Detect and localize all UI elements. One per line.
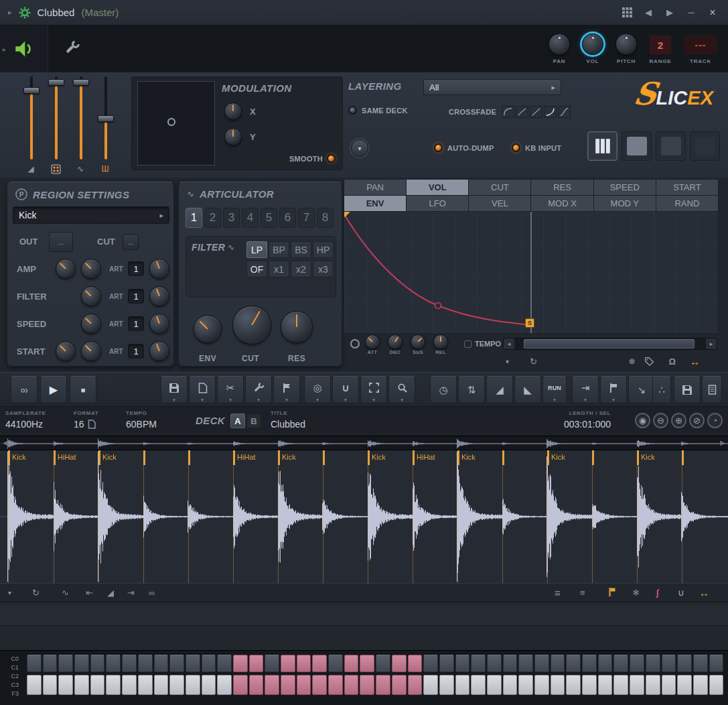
piano-key-top-35[interactable]	[582, 655, 597, 672]
piano-key-top-4[interactable]	[90, 655, 105, 672]
snap-magnet-button[interactable]: ∪▾	[332, 376, 359, 403]
overview-scroll-right-icon[interactable]: ▶	[720, 439, 725, 446]
stop-button[interactable]: ■	[70, 376, 96, 403]
piano-key-bottom-0[interactable]	[27, 675, 42, 695]
cut-value-box[interactable]: ...	[123, 234, 139, 250]
piano-key-top-7[interactable]	[138, 655, 153, 672]
resonance-knob[interactable]	[281, 311, 313, 343]
piano-key-top-23[interactable]	[392, 655, 407, 672]
fade-in-button[interactable]: ◢	[486, 376, 513, 403]
add-marker-button[interactable]: ▾	[600, 376, 627, 403]
piano-key-bottom-14[interactable]	[249, 675, 264, 695]
envelope-scrollbar[interactable]: ◂ ▸	[503, 338, 717, 350]
kb-input-led[interactable]	[512, 143, 520, 152]
sync-stretch-icon[interactable]: ↔	[690, 357, 700, 367]
auto-dump-led[interactable]	[434, 143, 443, 152]
envelope-tab-mod-y[interactable]: MOD Y	[594, 196, 656, 211]
piano-key-top-0[interactable]	[27, 655, 42, 672]
piano-key-bottom-37[interactable]	[613, 675, 628, 695]
filter-mode-of[interactable]: OF	[246, 261, 267, 277]
piano-key-top-25[interactable]	[423, 655, 438, 672]
freeze-icon[interactable]: ❄	[628, 357, 636, 367]
overview-canvas[interactable]	[0, 438, 728, 450]
piano-key-bottom-39[interactable]	[646, 675, 660, 695]
piano-key-bottom-42[interactable]	[693, 675, 708, 695]
piano-key-bottom-6[interactable]	[122, 675, 137, 695]
speed-art-value[interactable]: 1	[128, 316, 144, 331]
piano-key-top-32[interactable]	[534, 655, 549, 672]
corner-tool-icon[interactable]: ◢	[23, 164, 39, 174]
time-tool-button[interactable]: ◷	[430, 376, 457, 403]
region-preset-icon[interactable]: P	[15, 188, 27, 200]
modulation-y-knob[interactable]	[224, 128, 242, 145]
piano-key-top-19[interactable]	[328, 655, 343, 672]
articulator-slot-2[interactable]: 2	[204, 208, 221, 228]
deck-view-keyboard-button[interactable]	[587, 131, 617, 161]
amp-knob-2[interactable]	[81, 259, 101, 279]
volume-knob[interactable]	[582, 34, 603, 55]
piano-key-top-41[interactable]	[677, 655, 692, 672]
piano-key-bottom-26[interactable]	[439, 675, 454, 695]
scroll-left-icon[interactable]: ◂	[504, 338, 514, 349]
piano-key-bottom-29[interactable]	[487, 675, 502, 695]
save-sample-button[interactable]	[674, 376, 701, 403]
modulation-x-knob[interactable]	[224, 103, 242, 120]
piano-key-top-28[interactable]	[471, 655, 486, 672]
piano-key-top-10[interactable]	[186, 655, 200, 672]
decay-knob[interactable]	[388, 334, 403, 349]
piano-key-bottom-28[interactable]	[471, 675, 486, 695]
piano-key-bottom-27[interactable]	[455, 675, 470, 695]
piano-key-bottom-32[interactable]	[534, 675, 549, 695]
start-art-value[interactable]: 1	[128, 344, 144, 359]
detach-next-icon[interactable]: ▶	[662, 7, 677, 17]
waveform-overview[interactable]: ◀ ▶	[0, 436, 728, 450]
envelope-tab-vel[interactable]: VEL	[469, 196, 530, 211]
piano-key-top-3[interactable]	[74, 655, 89, 672]
play-button[interactable]: ▶	[40, 376, 67, 403]
articulator-slot-6[interactable]: 6	[279, 208, 296, 228]
add-slice-flag-icon[interactable]	[608, 587, 616, 600]
piano-key-bottom-41[interactable]	[677, 675, 692, 695]
start-knob-2[interactable]	[81, 341, 101, 361]
loop-button[interactable]: ∞	[11, 376, 38, 403]
stretch-icon[interactable]: ↔	[699, 587, 709, 598]
piano-key-bottom-15[interactable]	[265, 675, 279, 695]
piano-key-top-8[interactable]	[154, 655, 169, 672]
reel-icon[interactable]: ◉	[635, 413, 650, 428]
same-deck-led[interactable]	[348, 106, 357, 115]
declick-wave-icon[interactable]: ∿	[62, 587, 69, 598]
piano-key-top-2[interactable]	[58, 655, 73, 672]
piano-key-top-33[interactable]	[551, 655, 565, 672]
deck-b-button[interactable]: B	[246, 413, 261, 428]
filter-type-bs[interactable]: BS	[291, 241, 311, 258]
envelope-reset-icon[interactable]: ↻	[530, 357, 537, 367]
track-display[interactable]: ---	[684, 35, 717, 55]
release-knob[interactable]	[433, 334, 448, 349]
piano-key-top-26[interactable]	[439, 655, 454, 672]
piano-key-bottom-8[interactable]	[154, 675, 169, 695]
piano-key-bottom-35[interactable]	[582, 675, 597, 695]
envelope-tab-vol[interactable]: VOL	[407, 180, 468, 195]
piano-key-top-24[interactable]	[408, 655, 423, 672]
piano-key-top-6[interactable]	[122, 655, 137, 672]
articulator-slot-5[interactable]: 5	[261, 208, 277, 228]
zoom-out-circle-icon[interactable]: ⊖	[653, 413, 668, 428]
piano-key-top-12[interactable]	[217, 655, 232, 672]
tempo-checkbox[interactable]: TEMPO	[464, 340, 501, 348]
piano-key-top-37[interactable]	[613, 655, 628, 672]
fade-out-button[interactable]: ◣	[514, 376, 541, 403]
envelope-tab-res[interactable]: RES	[531, 180, 593, 195]
tag-icon[interactable]	[644, 357, 654, 369]
piano-key-bottom-7[interactable]	[138, 675, 153, 695]
attack-knob[interactable]	[365, 334, 380, 349]
filter-mode-x3[interactable]: x3	[313, 261, 334, 277]
piano-key-top-27[interactable]	[455, 655, 470, 672]
piano-key-bottom-30[interactable]	[503, 675, 518, 695]
collapse-arrow-icon[interactable]: ▸	[3, 46, 6, 53]
piano-key-bottom-2[interactable]	[58, 675, 73, 695]
wave-menu-icon[interactable]: ▾	[8, 587, 11, 598]
envelope-tab-pan[interactable]: PAN	[344, 180, 406, 195]
filter-art-value[interactable]: 1	[128, 289, 144, 304]
freeze-icon[interactable]: ❄	[632, 587, 640, 598]
piano-key-bottom-12[interactable]	[217, 675, 232, 695]
